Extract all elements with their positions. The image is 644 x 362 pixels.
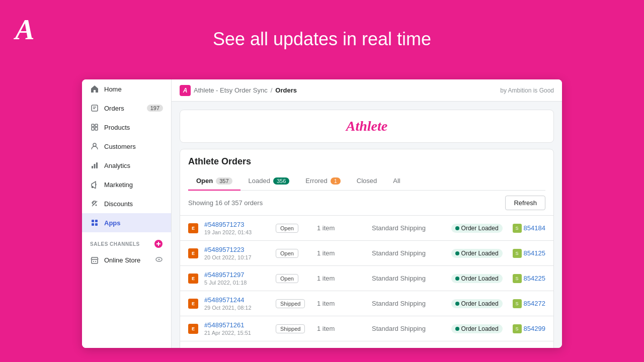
shopify-icon: S [513, 299, 522, 308]
sidebar-item-customers[interactable]: Customers [82, 137, 171, 156]
customers-icon [90, 142, 99, 151]
orders-badge: 197 [147, 105, 163, 112]
order-id-link[interactable]: #5489571297 [204, 271, 270, 279]
orders-toolbar: Showing 16 of 357 orders Refresh [180, 191, 553, 216]
sidebar-item-analytics[interactable]: Analytics [82, 156, 171, 175]
app-title: Athlete [346, 118, 387, 134]
tab-loaded-badge: 356 [273, 177, 289, 185]
sidebar-item-online-store[interactable]: Online Store [82, 251, 171, 269]
app-title-card: Athlete [180, 110, 554, 143]
green-dot-icon [455, 302, 459, 306]
etsy-icon: E [188, 248, 198, 258]
tab-errored-badge: 1 [331, 177, 341, 185]
app-breadcrumb-icon: A [180, 85, 191, 96]
tab-open[interactable]: Open 357 [188, 173, 240, 191]
order-date: 5 Jul 2022, 01:18 [204, 280, 270, 286]
order-id-col: #5489571244 29 Oct 2021, 08:12 [204, 296, 270, 311]
svg-point-25 [95, 261, 96, 262]
svg-rect-4 [92, 127, 94, 130]
order-id-link[interactable]: #5489571244 [204, 296, 270, 304]
table-row: E #5489571297 5 Jul 2022, 01:18 Open 1 i… [180, 266, 553, 291]
green-dot-icon [455, 327, 459, 331]
svg-rect-9 [92, 166, 93, 168]
etsy-icon: E [188, 324, 198, 334]
order-status: Shipped [276, 324, 311, 333]
table-row: E #5489571223 20 Oct 2022, 10:17 Open 1 … [180, 241, 553, 266]
order-items: 1 item [317, 300, 366, 307]
add-sales-channel-icon[interactable] [154, 239, 163, 248]
green-dot-icon [455, 277, 459, 281]
shopify-icon: S [513, 274, 522, 283]
table-row: E #5489571273 19 Jan 2022, 01:43 Open 1 … [180, 216, 553, 241]
svg-rect-7 [95, 124, 98, 127]
tab-loaded[interactable]: Loaded 356 [240, 173, 298, 191]
svg-rect-12 [92, 186, 93, 188]
order-items: 1 item [317, 325, 366, 332]
svg-rect-16 [92, 220, 94, 222]
order-date: 19 Jan 2022, 01:43 [204, 229, 270, 235]
order-items: 1 item [317, 275, 366, 282]
order-id-col: #5489571297 5 Jul 2022, 01:18 [204, 271, 270, 286]
sidebar-item-marketing[interactable]: Marketing [82, 175, 171, 194]
refresh-button[interactable]: Refresh [505, 196, 545, 210]
breadcrumb-app: Athlete - Etsy Order Sync [194, 86, 268, 94]
shopify-icon: S [513, 324, 522, 333]
tab-open-label: Open [196, 177, 213, 185]
sidebar-item-orders[interactable]: Orders 197 [82, 99, 171, 118]
tab-closed[interactable]: Closed [349, 173, 385, 191]
order-id-link[interactable]: #5489571273 [204, 221, 270, 228]
sidebar-customers-label: Customers [104, 143, 136, 150]
order-loaded-status: Order Loaded [451, 299, 503, 308]
order-status: Shipped [276, 299, 311, 308]
order-id-col: #5489571273 19 Jan 2022, 01:43 [204, 221, 270, 235]
table-row: E #5489571244 29 Oct 2021, 08:12 Shipped… [180, 291, 553, 316]
shopify-link[interactable]: S 854299 [513, 324, 545, 333]
shopify-link[interactable]: S 854272 [513, 299, 545, 308]
status-badge: Open [276, 274, 298, 283]
online-store-label: Online Store [104, 256, 140, 264]
order-id-link[interactable]: #5489571252 [204, 346, 270, 348]
showing-label: Showing 16 of 357 orders [188, 199, 263, 207]
svg-point-24 [93, 261, 94, 262]
order-id-link[interactable]: #5489571261 [204, 321, 270, 329]
sidebar-orders-label: Orders [104, 105, 124, 112]
eye-icon[interactable] [155, 255, 163, 265]
sidebar-apps-label: Apps [104, 219, 121, 227]
loaded-badge: Order Loaded [451, 324, 503, 333]
order-status: Open [276, 224, 311, 233]
sidebar-discounts-label: Discounts [104, 200, 133, 208]
order-loaded-status: Order Loaded [451, 249, 503, 258]
sidebar-item-home[interactable]: Home [82, 79, 171, 99]
top-banner: A See all updates in real time [0, 0, 644, 78]
sales-channels-label: SALES CHANNELS [90, 241, 140, 247]
tab-all[interactable]: All [385, 173, 408, 191]
shopify-link[interactable]: S 854125 [513, 249, 545, 258]
sidebar-item-discounts[interactable]: Discounts [82, 194, 171, 213]
tab-open-badge: 357 [216, 177, 232, 185]
svg-rect-11 [96, 162, 98, 168]
orders-tabs: Open 357 Loaded 356 Errored 1 Closed [188, 173, 545, 191]
tab-errored[interactable]: Errored 1 [297, 173, 348, 191]
logo-area: A [10, 10, 45, 45]
sidebar-analytics-label: Analytics [104, 162, 130, 169]
shopify-link[interactable]: S 854225 [513, 274, 545, 283]
orders-title: Athlete Orders [188, 156, 545, 167]
order-loaded-status: Order Loaded [451, 274, 503, 283]
order-id-link[interactable]: #5489571223 [204, 246, 270, 253]
tab-errored-label: Errored [305, 177, 327, 185]
table-row: E #5489571261 21 Apr 2022, 15:51 Shipped… [180, 316, 553, 341]
analytics-icon [90, 161, 99, 170]
orders-table: E #5489571273 19 Jan 2022, 01:43 Open 1 … [180, 216, 553, 348]
loaded-badge: Order Loaded [451, 274, 503, 283]
orders-header: Athlete Orders Open 357 Loaded 356 Error… [180, 149, 553, 191]
sidebar-marketing-label: Marketing [104, 181, 133, 189]
sidebar-item-apps[interactable]: Apps [82, 213, 171, 232]
orders-icon [90, 104, 99, 113]
shopify-link[interactable]: S 854184 [513, 224, 545, 233]
svg-text:A: A [14, 13, 35, 45]
status-badge: Open [276, 249, 298, 258]
order-id-col: #5489571223 20 Oct 2022, 10:17 [204, 246, 270, 260]
table-row: E #5489571252 31 Jul 2022, 22:25 Shipped… [180, 341, 553, 348]
by-label: by Ambition is Good [500, 87, 554, 94]
sidebar-item-products[interactable]: Products [82, 118, 171, 137]
